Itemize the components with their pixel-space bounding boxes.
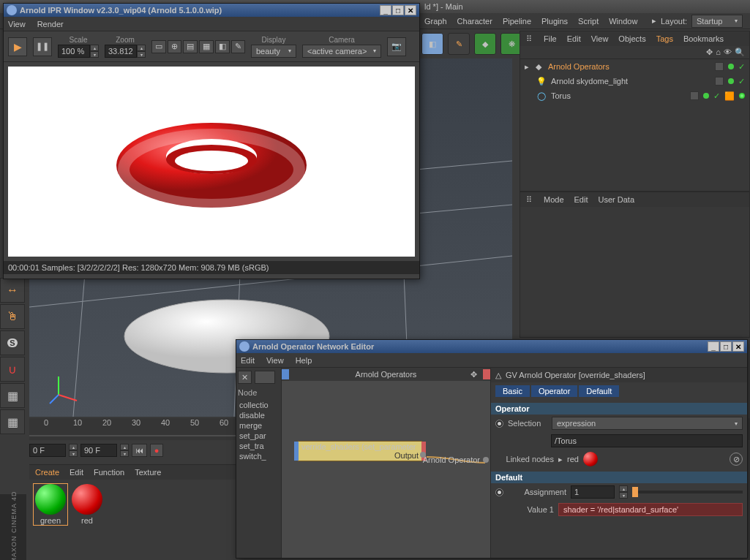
check-icon[interactable]: ✓ bbox=[738, 77, 745, 86]
objmgr-menu-tags[interactable]: Tags bbox=[656, 34, 673, 43]
pause-button[interactable]: ❚❚ bbox=[33, 37, 52, 56]
opedit-titlebar[interactable]: Arnold Operator Network Editor _ □ ✕ bbox=[236, 340, 747, 353]
graph-output-port[interactable]: Arnold Operator bbox=[423, 455, 489, 464]
node-setpar[interactable]: set_par bbox=[238, 431, 280, 441]
snapshot-button[interactable]: 📷 bbox=[387, 37, 406, 56]
ipr-view4-icon[interactable]: ▦ bbox=[199, 40, 214, 53]
objmgr-menu-edit[interactable]: Edit bbox=[567, 34, 581, 43]
material-red[interactable]: red bbox=[70, 484, 104, 525]
camera-dropdown[interactable]: <active camera> bbox=[302, 45, 381, 58]
opedit-minimize-button[interactable]: _ bbox=[708, 341, 719, 352]
nav-move-icon[interactable]: ✥ bbox=[706, 48, 713, 57]
linked-node-red-icon[interactable] bbox=[583, 452, 598, 466]
matmgr-tab-create[interactable]: Create bbox=[35, 468, 59, 477]
matmgr-tab-edit[interactable]: Edit bbox=[70, 468, 83, 477]
tool-mouse-icon[interactable]: 🖱 bbox=[0, 304, 25, 329]
zoom-spinner[interactable]: ▴▾ bbox=[137, 45, 146, 58]
objmgr-grip-icon[interactable]: ⠿ bbox=[526, 34, 533, 44]
assignment-spinner[interactable]: ▴▾ bbox=[619, 485, 628, 499]
layer-tag-icon[interactable] bbox=[690, 91, 699, 100]
menu-plugins[interactable]: Plugins bbox=[541, 17, 568, 26]
node-merge[interactable]: merge bbox=[238, 420, 280, 431]
tool-pen-icon[interactable]: ✎ bbox=[448, 33, 470, 55]
opedit-menu-help[interactable]: Help bbox=[296, 356, 312, 365]
ipr-view5-icon[interactable]: ◧ bbox=[215, 40, 230, 53]
visibility-dot-icon[interactable] bbox=[728, 64, 734, 69]
node-disable[interactable]: disable bbox=[238, 410, 280, 420]
tab-default[interactable]: Default bbox=[579, 385, 619, 397]
objmgr-menu-bookmarks[interactable]: Bookmarks bbox=[683, 34, 724, 43]
value1-expression[interactable]: shader = '/red|standard_surface' bbox=[558, 503, 743, 516]
objmgr-menu-file[interactable]: File bbox=[544, 34, 557, 43]
frame-start-field[interactable]: 0 F bbox=[29, 444, 66, 457]
frame-end-field[interactable]: 90 F bbox=[80, 444, 117, 457]
node-collection[interactable]: collectio bbox=[238, 400, 280, 410]
record-button[interactable]: ● bbox=[150, 444, 163, 457]
layout-dropdown[interactable]: Startup bbox=[691, 15, 743, 28]
tab-operator[interactable]: Operator bbox=[531, 385, 577, 397]
assignment-field[interactable]: 1 bbox=[571, 485, 615, 499]
opedit-maximize-button[interactable]: □ bbox=[720, 341, 732, 352]
check-icon[interactable]: ✓ bbox=[713, 91, 720, 101]
tool-cube-icon[interactable]: ◧ bbox=[421, 33, 443, 55]
opedit-menu-view[interactable]: View bbox=[266, 356, 284, 365]
assignment-slider[interactable] bbox=[632, 491, 743, 493]
nav-search-icon[interactable]: 🔍 bbox=[735, 48, 745, 57]
zoom-field[interactable]: 33.812 bbox=[105, 45, 137, 58]
ipr-view2-icon[interactable]: ⊕ bbox=[168, 40, 181, 53]
frame-start-spinner[interactable]: ▴▾ bbox=[69, 444, 78, 457]
menu-character[interactable]: Character bbox=[457, 17, 492, 26]
attrmgr-menu-edit[interactable]: Edit bbox=[574, 195, 588, 204]
obj-row-operators[interactable]: ▸ ◆ Arnold Operators ✓ bbox=[520, 59, 749, 74]
selection-radio[interactable] bbox=[495, 420, 503, 428]
attrmgr-grip-icon[interactable]: ⠿ bbox=[526, 195, 533, 205]
ipr-menu-view[interactable]: View bbox=[8, 20, 26, 29]
menu-script[interactable]: Script bbox=[578, 17, 599, 26]
tab-basic[interactable]: Basic bbox=[495, 385, 530, 397]
tool-arrow-icon[interactable]: ↔ bbox=[0, 278, 25, 303]
ipr-view1-icon[interactable]: ▭ bbox=[151, 40, 166, 53]
opedit-menu-edit[interactable]: Edit bbox=[241, 356, 255, 365]
tool-magnet-icon[interactable]: ∪ bbox=[0, 357, 25, 382]
menu-pipeline[interactable]: Pipeline bbox=[503, 17, 531, 26]
mat-green-tag-icon[interactable] bbox=[739, 93, 745, 99]
menu-graph[interactable]: Graph bbox=[424, 17, 447, 26]
node-settra[interactable]: set_tra bbox=[238, 441, 280, 451]
expand-icon[interactable]: ▸ bbox=[525, 62, 529, 72]
ipr-minimize-button[interactable]: _ bbox=[380, 5, 391, 15]
ipr-view3-icon[interactable]: ▤ bbox=[183, 40, 198, 53]
linked-expand-icon[interactable]: ▸ bbox=[558, 455, 563, 464]
objmgr-menu-view[interactable]: View bbox=[591, 34, 609, 43]
scale-spinner[interactable]: ▴▾ bbox=[90, 45, 99, 58]
graph-node-override[interactable]: verride_shaders (set_parameter Output bbox=[298, 441, 422, 461]
attrmgr-menu-userdata[interactable]: User Data bbox=[599, 195, 635, 204]
attrmgr-menu-mode[interactable]: Mode bbox=[544, 195, 564, 204]
material-green[interactable]: green bbox=[34, 484, 67, 525]
assignment-radio[interactable] bbox=[495, 488, 503, 496]
layer-tag-icon[interactable] bbox=[715, 77, 724, 86]
scale-field[interactable]: 100 % bbox=[58, 45, 90, 58]
menu-window[interactable]: Window bbox=[609, 17, 637, 26]
ipr-close-button[interactable]: ✕ bbox=[405, 5, 416, 15]
selection-value-field[interactable]: /Torus bbox=[551, 434, 743, 447]
play-button[interactable]: ▶ bbox=[8, 37, 27, 56]
node-switch[interactable]: switch_ bbox=[238, 451, 280, 461]
mat-tag-icon[interactable]: 🟧 bbox=[724, 91, 735, 101]
close-palette-button[interactable]: ✕ bbox=[238, 371, 252, 384]
linked-clear-button[interactable]: ⊘ bbox=[730, 453, 743, 466]
matmgr-tab-function[interactable]: Function bbox=[94, 468, 124, 477]
tool-grid2-icon[interactable]: ▦ bbox=[0, 409, 25, 434]
obj-row-skydome[interactable]: 💡 Arnold skydome_light ✓ bbox=[520, 74, 749, 88]
ipr-titlebar[interactable]: Arnold IPR Window v2.3.0_wip04 (Arnold 5… bbox=[4, 4, 419, 17]
tool-grid-icon[interactable]: ▦ bbox=[0, 383, 25, 408]
opedit-close-button[interactable]: ✕ bbox=[732, 341, 744, 352]
visibility-dot-icon[interactable] bbox=[703, 93, 709, 99]
graph-move-icon[interactable]: ✥ bbox=[470, 370, 477, 379]
tool-green1-icon[interactable]: ◆ bbox=[474, 33, 496, 55]
ipr-view6-icon[interactable]: ✎ bbox=[231, 40, 245, 53]
node-graph[interactable]: Arnold Operators ✥ verride_shaders (set_… bbox=[282, 368, 490, 558]
display-dropdown[interactable]: beauty bbox=[251, 45, 296, 58]
objmgr-menu-objects[interactable]: Objects bbox=[618, 34, 645, 43]
visibility-dot-icon[interactable] bbox=[728, 78, 734, 84]
obj-row-torus[interactable]: ◯ Torus ✓ 🟧 bbox=[520, 88, 749, 103]
